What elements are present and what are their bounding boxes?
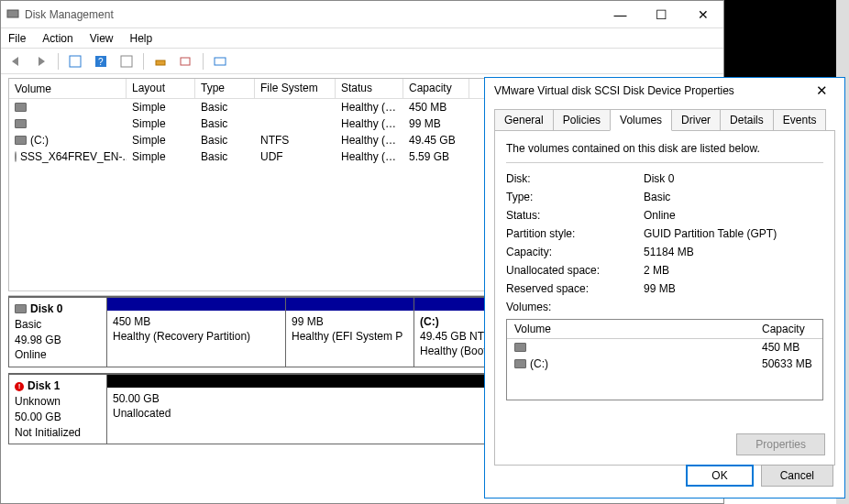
disk-info: !Disk 1Unknown50.00 GBNot Initialized [8, 374, 107, 444]
svg-text:?: ? [98, 57, 104, 67]
maximize-button[interactable]: ☐ [641, 1, 682, 27]
svg-rect-6 [181, 58, 190, 65]
refresh-icon[interactable] [151, 52, 170, 71]
dialog-tabs: GeneralPoliciesVolumesDriverDetailsEvent… [494, 109, 835, 130]
tab-note: The volumes contained on this disk are l… [506, 142, 823, 155]
back-icon[interactable] [6, 52, 25, 71]
error-icon: ! [15, 382, 24, 391]
toolbar-icon-5[interactable] [177, 52, 195, 71]
tab-volumes[interactable]: Volumes [610, 109, 672, 131]
field-label: Capacity: [506, 246, 644, 258]
volume-name: SSS_X64FREV_EN-... [20, 150, 127, 163]
field-label: Status: [506, 209, 644, 222]
minimize-button[interactable]: — [600, 1, 641, 27]
disk-icon [514, 359, 526, 368]
disk-info: Disk 0Basic49.98 GBOnline [8, 297, 107, 367]
tab-policies[interactable]: Policies [553, 109, 611, 130]
ok-button[interactable]: OK [686, 465, 753, 487]
svg-rect-7 [215, 58, 226, 65]
disk-icon [15, 103, 27, 112]
col-fs[interactable]: File System [255, 79, 336, 98]
menu-file[interactable]: File [8, 32, 26, 45]
titlebar[interactable]: Disk Management — ☐ ✕ [1, 1, 723, 28]
svg-rect-1 [70, 56, 81, 67]
volume-item[interactable]: (C:)50633 MB [507, 356, 822, 372]
field-value: Online [644, 209, 676, 222]
forward-icon[interactable] [32, 52, 50, 71]
disk-icon [514, 343, 526, 352]
field-label: Reserved space: [506, 282, 644, 295]
field-value: 51184 MB [644, 246, 694, 258]
menu-view[interactable]: View [90, 32, 114, 45]
disk-icon [15, 119, 27, 128]
col-type[interactable]: Type [195, 79, 255, 98]
disk-icon [15, 136, 27, 145]
svg-rect-5 [156, 60, 165, 65]
tab-general[interactable]: General [494, 109, 554, 130]
col-layout[interactable]: Layout [127, 79, 195, 98]
cd-icon [15, 151, 17, 162]
tab-driver[interactable]: Driver [671, 109, 721, 130]
tab-volumes-page: The volumes contained on this disk are l… [494, 130, 835, 466]
field-label: Type: [506, 191, 644, 203]
col-volume[interactable]: Volume [9, 79, 127, 98]
app-icon [6, 6, 19, 22]
volume-name: (C:) [30, 134, 49, 147]
volhead-volume[interactable]: Volume [514, 323, 762, 335]
close-button[interactable]: ✕ [682, 1, 723, 27]
partition[interactable]: 99 MBHealthy (EFI System P [286, 297, 414, 367]
menubar: File Action View Help [1, 28, 723, 49]
partition[interactable]: 50.00 GBUnallocated [107, 374, 524, 444]
window-title: Disk Management [25, 8, 114, 21]
properties-button: Properties [736, 433, 825, 455]
col-capacity[interactable]: Capacity [403, 79, 469, 98]
field-value: Disk 0 [644, 172, 674, 185]
dialog-close-icon[interactable]: ✕ [808, 82, 835, 99]
field-label: Unallocated space: [506, 264, 644, 277]
toolbar-icon-6[interactable] [211, 52, 229, 71]
field-value: Basic [644, 191, 670, 203]
device-properties-dialog: VMware Virtual disk SCSI Disk Device Pro… [484, 77, 845, 499]
cancel-button[interactable]: Cancel [761, 465, 833, 487]
volumes-label: Volumes: [506, 301, 823, 313]
field-label: Partition style: [506, 227, 644, 240]
dialog-title: VMware Virtual disk SCSI Disk Device Pro… [494, 84, 734, 97]
toolbar-icon-1[interactable] [66, 52, 84, 71]
volumes-listbox[interactable]: Volume Capacity 450 MB(C:)50633 MB [506, 319, 823, 400]
col-status[interactable]: Status [336, 79, 403, 98]
help-icon[interactable]: ? [92, 52, 110, 71]
toolbar-icon-3[interactable] [117, 52, 136, 71]
svg-rect-0 [7, 10, 18, 17]
tab-events[interactable]: Events [773, 109, 827, 130]
field-value: GUID Partition Table (GPT) [644, 227, 777, 240]
svg-rect-4 [121, 56, 132, 67]
field-value: 2 MB [644, 264, 669, 277]
field-value: 99 MB [644, 282, 676, 295]
toolbar: ? [1, 49, 723, 74]
tab-details[interactable]: Details [720, 109, 774, 130]
menu-help[interactable]: Help [130, 32, 153, 45]
volume-item[interactable]: 450 MB [507, 339, 822, 356]
field-label: Disk: [506, 172, 644, 185]
partition[interactable]: 450 MBHealthy (Recovery Partition) [107, 297, 286, 367]
dialog-titlebar[interactable]: VMware Virtual disk SCSI Disk Device Pro… [485, 78, 844, 104]
disk-icon [15, 304, 27, 313]
menu-action[interactable]: Action [42, 32, 72, 45]
volhead-capacity[interactable]: Capacity [762, 323, 805, 335]
